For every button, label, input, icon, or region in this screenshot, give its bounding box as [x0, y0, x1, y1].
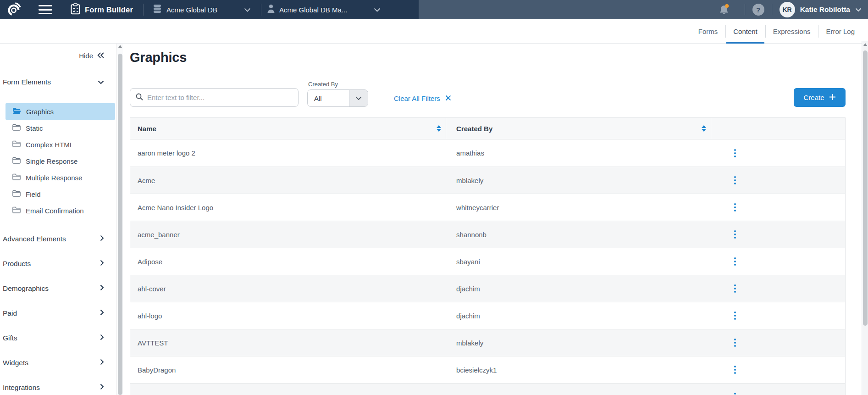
sidebar-section-form-elements[interactable]: Form Elements [0, 75, 116, 89]
column-header-created-by[interactable]: Created By [446, 118, 711, 139]
close-icon[interactable] [445, 95, 451, 102]
sidebar-item-label: Multiple Response [26, 174, 82, 182]
sidebar-section-widgets[interactable]: Widgets [0, 350, 116, 375]
sidebar-item-label: Complex HTML [26, 141, 73, 149]
cell-created-by: djachim [446, 285, 711, 293]
scroll-up-arrow-icon[interactable] [862, 43, 868, 46]
cell-name: ahl-cover [130, 285, 446, 293]
sidebar-scrollbar[interactable] [116, 44, 123, 395]
sidebar-item-field[interactable]: Field [6, 186, 115, 202]
logo-icon[interactable] [6, 1, 22, 18]
cell-name: Acme [130, 177, 446, 184]
collapse-icon [97, 52, 105, 60]
plus-icon [829, 94, 836, 102]
profile-selector[interactable]: Acme Global DB Ma... [267, 4, 381, 15]
avatar: KR [780, 2, 795, 17]
kebab-menu-icon[interactable] [732, 256, 738, 267]
kebab-menu-icon[interactable] [732, 174, 738, 186]
tab-expressions[interactable]: Expressions [765, 19, 818, 43]
hamburger-menu-icon[interactable] [39, 5, 52, 15]
sidebar-hide-button[interactable]: Hide [0, 50, 116, 61]
sort-icon[interactable] [702, 125, 706, 132]
created-by-value: All [314, 95, 322, 102]
table-header: Name Created By [130, 118, 845, 139]
page-title: Graphics [130, 49, 846, 66]
chevron-right-icon [100, 359, 104, 367]
create-button-label: Create [803, 94, 824, 101]
sort-icon[interactable] [437, 125, 441, 132]
database-selector[interactable]: Acme Global DB [152, 4, 251, 16]
create-button[interactable]: Create [794, 88, 846, 107]
page-scrollbar[interactable] [862, 41, 868, 395]
sidebar-item-email-confirmation[interactable]: Email Confirmation [6, 202, 115, 219]
sidebar-item-graphics[interactable]: Graphics [6, 103, 115, 120]
kebab-menu-icon[interactable] [732, 364, 738, 376]
chevron-right-icon [100, 284, 104, 293]
tab-content[interactable]: Content [725, 19, 765, 43]
sidebar-section-gifts[interactable]: Gifts [0, 326, 116, 350]
sidebar-section-integrations[interactable]: Integrations [0, 375, 116, 395]
cell-name: ahl-logo [130, 312, 446, 320]
main-nav-tabs: Forms Content Expressions Error Log [0, 19, 868, 44]
sidebar-section-advanced-elements[interactable]: Advanced Elements [0, 227, 116, 251]
folder-icon [12, 206, 21, 215]
sidebar-section-demographics[interactable]: Demographics [0, 276, 116, 301]
help-icon[interactable]: ? [752, 4, 764, 16]
sidebar-item-label: Email Confirmation [26, 207, 84, 215]
tab-forms[interactable]: Forms [691, 19, 726, 43]
cell-created-by: mblakely [446, 339, 711, 347]
app-badge: Form Builder [71, 3, 133, 17]
filter-search-box[interactable] [130, 88, 299, 107]
kebab-menu-icon[interactable] [732, 283, 738, 295]
section-label: Widgets [3, 359, 28, 367]
clear-all-filters-link[interactable]: Clear All Filters [394, 95, 451, 102]
chevron-down-icon [374, 8, 381, 12]
column-label: Created By [456, 125, 492, 133]
sidebar-sections: Advanced Elements Products Demographics … [0, 227, 116, 395]
profile-selector-label: Acme Global DB Ma... [279, 6, 347, 14]
select-chevron-button[interactable] [349, 90, 368, 106]
kebab-menu-icon[interactable] [732, 147, 738, 159]
tab-error-log[interactable]: Error Log [818, 19, 862, 43]
sidebar-item-single-response[interactable]: Single Response [6, 153, 115, 169]
kebab-menu-icon[interactable] [732, 201, 738, 213]
user-menu[interactable]: KR Katie Robilotta [780, 2, 862, 17]
kebab-menu-icon[interactable] [732, 391, 738, 395]
folder-icon [12, 190, 21, 198]
top-bar: Form Builder Acme Global DB [0, 0, 868, 19]
graphics-table: Name Created By aaron meter logo 2 amath… [130, 117, 846, 395]
section-label: Advanced Elements [3, 235, 66, 243]
column-header-name[interactable]: Name [130, 118, 446, 139]
cell-name: Acme Nano Insider Logo [130, 204, 446, 211]
sidebar-item-complex-html[interactable]: Complex HTML [6, 136, 115, 153]
cell-created-by: sbayani [446, 258, 711, 266]
kebab-menu-icon[interactable] [732, 228, 738, 240]
table-row: Acme Nano Insider Logo whitneycarrier [130, 194, 845, 221]
filter-text-input[interactable] [147, 94, 293, 101]
cell-created-by: djachim [446, 312, 711, 320]
form-elements-list: Graphics Static Complex HTML [0, 103, 116, 219]
sidebar-section-paid[interactable]: Paid [0, 301, 116, 326]
sidebar-item-label: Field [26, 190, 41, 198]
sidebar-scrollbar-thumb[interactable] [118, 54, 122, 395]
created-by-select[interactable]: All [307, 89, 368, 107]
search-icon [136, 93, 143, 102]
scroll-up-arrow-icon[interactable] [117, 45, 123, 48]
table-row: aaron meter logo 2 amathias [130, 139, 845, 167]
sidebar-item-static[interactable]: Static [6, 120, 115, 136]
chevron-down-icon [98, 78, 104, 86]
page-scrollbar-thumb[interactable] [863, 50, 868, 326]
notifications-button[interactable] [719, 4, 730, 16]
database-selector-label: Acme Global DB [166, 6, 217, 14]
cell-name: acme_banner [130, 231, 446, 239]
cell-created-by: mblakely [446, 177, 711, 184]
kebab-menu-icon[interactable] [732, 337, 738, 349]
chevron-right-icon [100, 334, 104, 342]
sidebar-item-multiple-response[interactable]: Multiple Response [6, 169, 115, 186]
folder-icon [12, 173, 21, 182]
cell-name: Adipose [130, 258, 446, 266]
database-icon [152, 4, 162, 16]
sidebar-section-products[interactable]: Products [0, 251, 116, 276]
table-row: acme_banner shannonb [130, 221, 845, 248]
kebab-menu-icon[interactable] [732, 310, 738, 322]
